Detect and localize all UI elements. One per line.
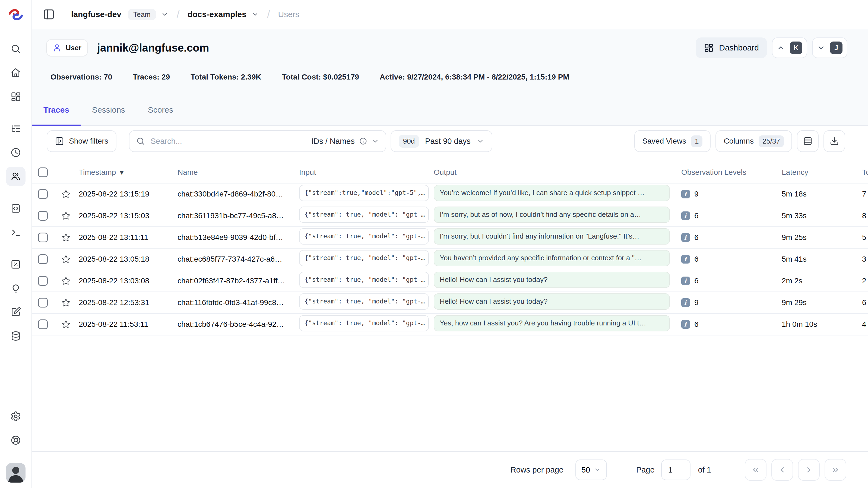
- row-checkbox[interactable]: [38, 319, 48, 329]
- square-percent-icon: [10, 259, 21, 270]
- search-input[interactable]: [151, 137, 311, 146]
- trace-output-preview[interactable]: I’m sorry, but I couldn’t find any infor…: [434, 228, 670, 245]
- sidebar-item-tracing[interactable]: [6, 119, 26, 139]
- row-checkbox[interactable]: [38, 298, 48, 307]
- bookmark-star-icon[interactable]: [61, 233, 70, 242]
- tab-scores[interactable]: Scores: [136, 105, 185, 125]
- page-label: Page: [636, 465, 655, 475]
- sidebar-item-users[interactable]: [6, 166, 26, 186]
- sidebar-item-settings[interactable]: [6, 406, 26, 426]
- trace-output-preview[interactable]: I’m sorry, but as of now, I couldn’t fin…: [434, 207, 670, 223]
- trace-output-preview[interactable]: Hello! How can I assist you today?: [434, 272, 670, 288]
- trace-input-preview[interactable]: {"stream": true, "model": "gpt-…: [299, 272, 429, 288]
- dashboard-button[interactable]: Dashboard: [696, 37, 767, 58]
- prev-item-button[interactable]: K: [772, 37, 807, 58]
- trace-timestamp[interactable]: 2025-08-22 13:15:19: [79, 190, 178, 199]
- rows-per-page-select[interactable]: 50: [576, 459, 607, 480]
- trace-name[interactable]: chat:3611931b-bc77-49c5-a8…: [178, 211, 299, 220]
- row-checkbox[interactable]: [38, 254, 48, 264]
- next-item-button[interactable]: J: [812, 37, 847, 58]
- row-checkbox[interactable]: [38, 233, 48, 242]
- pagination-buttons: [745, 459, 846, 481]
- breadcrumb-organization[interactable]: langfuse-dev Team: [71, 9, 168, 20]
- bookmark-star-icon[interactable]: [61, 189, 70, 199]
- observation-count: 6: [694, 211, 699, 220]
- trace-input-preview[interactable]: {"stream":true,"model":"gpt-5",…: [299, 185, 429, 201]
- last-page-button[interactable]: [825, 459, 846, 481]
- trace-name[interactable]: chat:ec685f77-7374-427c-a6…: [178, 255, 299, 264]
- trace-output-preview[interactable]: You haven’t provided any specific inform…: [434, 250, 670, 266]
- sidebar-item-insights[interactable]: [6, 278, 26, 298]
- table-row[interactable]: 2025-08-22 13:15:03 chat:3611931b-bc77-4…: [32, 205, 868, 227]
- sidebar-item-search[interactable]: [6, 39, 26, 59]
- sidebar-item-home[interactable]: [6, 63, 26, 83]
- trace-name[interactable]: chat:1cb67476-b5ce-4c4a-92…: [178, 320, 299, 329]
- sidebar-item-prompts[interactable]: [6, 199, 26, 218]
- page-number-input[interactable]: [661, 459, 690, 480]
- sidebar-item-dashboards[interactable]: [6, 87, 26, 106]
- trace-tokens: 7: [852, 190, 868, 199]
- trace-name[interactable]: chat:513e84e9-9039-42d0-bf…: [178, 233, 299, 242]
- sidebar-item-annotations[interactable]: [6, 302, 26, 322]
- trace-input-preview[interactable]: {"stream": true, "model": "gpt-…: [299, 315, 429, 331]
- bookmark-star-icon[interactable]: [61, 254, 70, 264]
- trace-input-preview[interactable]: {"stream": true, "model": "gpt-…: [299, 207, 429, 223]
- traces-table: Timestamp ▼ Name Input Output Observatio…: [32, 162, 868, 335]
- sidebar-item-sessions[interactable]: [6, 143, 26, 162]
- sidebar-item-datasets[interactable]: [6, 326, 26, 346]
- tab-sessions[interactable]: Sessions: [81, 105, 136, 125]
- row-checkbox[interactable]: [38, 189, 48, 199]
- trace-input-preview[interactable]: {"stream": true, "model": "gpt-…: [299, 294, 429, 310]
- bookmark-star-icon[interactable]: [61, 276, 70, 285]
- trace-input-preview[interactable]: {"stream": true, "model": "gpt-…: [299, 250, 429, 266]
- trace-timestamp[interactable]: 2025-08-22 13:11:11: [79, 233, 178, 242]
- bookmark-star-icon[interactable]: [61, 320, 70, 329]
- user-avatar[interactable]: [6, 463, 26, 483]
- trace-timestamp[interactable]: 2025-08-22 13:03:08: [79, 277, 178, 285]
- table-row[interactable]: 2025-08-22 13:05:18 chat:ec685f77-7374-4…: [32, 249, 868, 270]
- saved-views-button[interactable]: Saved Views 1: [634, 130, 711, 152]
- trace-timestamp[interactable]: 2025-08-22 11:53:11: [79, 320, 178, 329]
- bookmark-star-icon[interactable]: [61, 298, 70, 307]
- table-row[interactable]: 2025-08-22 13:15:19 chat:330bd4e7-d869-4…: [32, 183, 868, 205]
- trace-timestamp[interactable]: 2025-08-22 13:05:18: [79, 255, 178, 264]
- columns-button[interactable]: Columns 25/37: [715, 130, 792, 152]
- trace-output-preview[interactable]: Yes, how can I assist you? Are you havin…: [434, 315, 670, 331]
- bookmark-star-icon[interactable]: [61, 211, 70, 220]
- show-filters-button[interactable]: Show filters: [47, 130, 117, 152]
- langfuse-logo[interactable]: [8, 8, 24, 22]
- trace-output-preview[interactable]: Hello! How can I assist you today?: [434, 294, 670, 310]
- trace-output-preview[interactable]: You’re welcome! If you’d like, I can sha…: [434, 185, 670, 201]
- sidebar-item-playground[interactable]: [6, 222, 26, 242]
- table-row[interactable]: 2025-08-22 13:11:11 chat:513e84e9-9039-4…: [32, 227, 868, 249]
- timestamp-column-header[interactable]: Timestamp ▼: [79, 168, 178, 177]
- trace-name[interactable]: chat:02f63f47-87b2-4377-a1ff…: [178, 277, 299, 285]
- sidebar-item-support[interactable]: [6, 430, 26, 450]
- input-column-header: Input: [299, 168, 434, 177]
- row-height-button[interactable]: [797, 130, 818, 152]
- sidebar-toggle-button[interactable]: [41, 6, 57, 23]
- table-row[interactable]: 2025-08-22 11:53:11 chat:1cb67476-b5ce-4…: [32, 314, 868, 335]
- first-page-button[interactable]: [745, 459, 767, 481]
- next-page-button[interactable]: [798, 459, 820, 481]
- table-row[interactable]: 2025-08-22 12:53:31 chat:116fbfdc-0fd3-4…: [32, 292, 868, 314]
- app: langfuse-dev Team / docs-examples / User…: [0, 0, 868, 488]
- page-count-label: of 1: [698, 465, 711, 475]
- row-checkbox[interactable]: [38, 276, 48, 286]
- trace-name[interactable]: chat:330bd4e7-d869-4b2f-80…: [178, 190, 299, 199]
- kbd-shortcut: J: [830, 41, 842, 54]
- trace-timestamp[interactable]: 2025-08-22 13:15:03: [79, 211, 178, 220]
- export-button[interactable]: [824, 130, 845, 152]
- prev-page-button[interactable]: [771, 459, 793, 481]
- row-checkbox[interactable]: [38, 211, 48, 221]
- trace-input-preview[interactable]: {"stream": true, "model": "gpt-…: [299, 228, 429, 245]
- breadcrumb-project[interactable]: docs-examples: [188, 10, 259, 19]
- time-range-selector[interactable]: 90d Past 90 days: [391, 130, 492, 152]
- trace-name[interactable]: chat:116fbfdc-0fd3-41af-99c8…: [178, 298, 299, 307]
- trace-timestamp[interactable]: 2025-08-22 12:53:31: [79, 298, 178, 307]
- tab-traces[interactable]: Traces: [32, 105, 81, 125]
- sidebar-item-evaluations[interactable]: [6, 254, 26, 274]
- search-scope-selector[interactable]: IDs / Names: [311, 137, 379, 146]
- table-row[interactable]: 2025-08-22 13:03:08 chat:02f63f47-87b2-4…: [32, 270, 868, 292]
- select-all-checkbox[interactable]: [38, 167, 48, 177]
